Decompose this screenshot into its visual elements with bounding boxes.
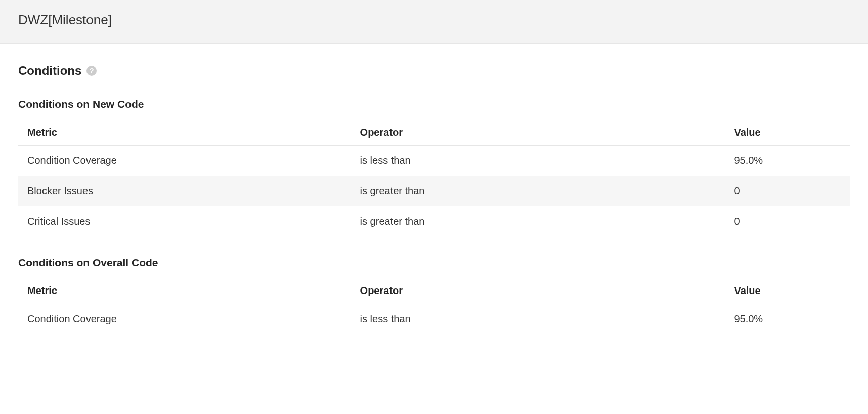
content-area: Conditions ? Conditions on New Code Metr… xyxy=(0,44,868,375)
help-icon[interactable]: ? xyxy=(86,66,97,76)
page-title: DWZ[Milestone] xyxy=(18,12,850,28)
cell-value: 95.0% xyxy=(725,146,850,176)
conditions-new-code-title: Conditions on New Code xyxy=(18,98,850,110)
table-row: Blocker Issues is greater than 0 xyxy=(18,176,850,206)
conditions-new-code-table: Metric Operator Value Condition Coverage… xyxy=(18,119,850,236)
cell-operator: is greater than xyxy=(351,176,725,206)
column-header-metric: Metric xyxy=(18,278,351,304)
conditions-overall-code-section: Conditions on Overall Code Metric Operat… xyxy=(18,257,850,334)
header-bar: DWZ[Milestone] xyxy=(0,0,868,44)
table-row: Critical Issues is greater than 0 xyxy=(18,206,850,237)
cell-metric: Blocker Issues xyxy=(18,176,351,206)
column-header-operator: Operator xyxy=(351,278,725,304)
cell-metric: Critical Issues xyxy=(18,206,351,237)
cell-value: 0 xyxy=(725,206,850,237)
conditions-heading: Conditions xyxy=(18,64,81,78)
column-header-metric: Metric xyxy=(18,119,351,146)
column-header-value: Value xyxy=(725,278,850,304)
conditions-overall-code-title: Conditions on Overall Code xyxy=(18,257,850,269)
cell-metric: Condition Coverage xyxy=(18,304,351,335)
conditions-overall-code-table: Metric Operator Value Condition Coverage… xyxy=(18,278,850,334)
cell-value: 0 xyxy=(725,176,850,206)
conditions-new-code-section: Conditions on New Code Metric Operator V… xyxy=(18,98,850,236)
column-header-value: Value xyxy=(725,119,850,146)
cell-value: 95.0% xyxy=(725,304,850,335)
cell-metric: Condition Coverage xyxy=(18,146,351,176)
cell-operator: is greater than xyxy=(351,206,725,237)
table-row: Condition Coverage is less than 95.0% xyxy=(18,146,850,176)
cell-operator: is less than xyxy=(351,304,725,335)
cell-operator: is less than xyxy=(351,146,725,176)
conditions-heading-row: Conditions ? xyxy=(18,64,850,78)
table-row: Condition Coverage is less than 95.0% xyxy=(18,304,850,335)
column-header-operator: Operator xyxy=(351,119,725,146)
